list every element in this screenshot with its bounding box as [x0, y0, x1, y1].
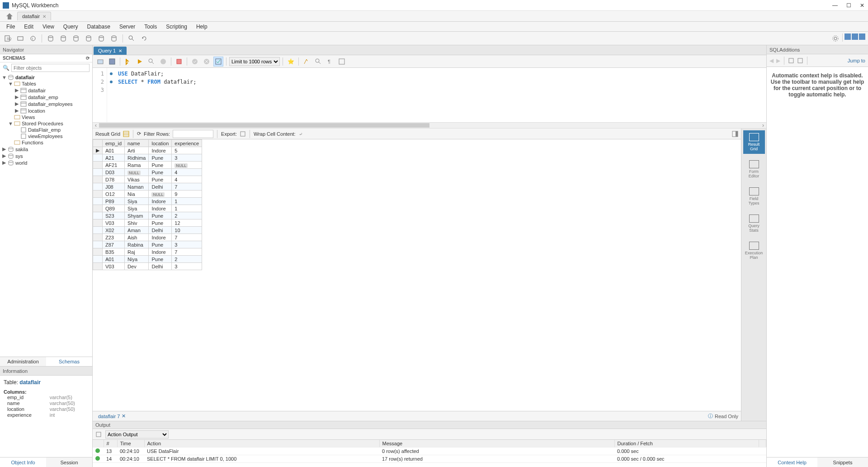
cell[interactable]: Indore — [149, 248, 172, 256]
row-selector[interactable] — [93, 205, 103, 212]
cell[interactable]: A01 — [103, 256, 125, 263]
table-row[interactable]: D78VikasPune4 — [93, 176, 202, 183]
row-selector[interactable] — [93, 263, 103, 270]
cell[interactable]: Shiv — [125, 219, 149, 227]
code-area[interactable]: USE DataFlair; SELECT * FROM dataflair; — [115, 68, 766, 122]
table-row[interactable]: V03DevDelhi3 — [93, 263, 202, 270]
output-type-select[interactable]: Action Output — [105, 430, 169, 438]
cell[interactable]: Naman — [125, 183, 149, 191]
pane-left-toggle[interactable] — [844, 33, 851, 40]
cell[interactable]: Pune — [149, 219, 172, 227]
open-file-icon[interactable] — [95, 57, 105, 67]
cell[interactable]: 3 — [172, 154, 202, 162]
proc-dataflair-emp[interactable]: DataFlair_emp — [0, 127, 92, 133]
query-tab[interactable]: Query 1 ✕ — [94, 47, 127, 55]
table-dataflair-emp[interactable]: ▶dataflair_emp — [0, 94, 92, 100]
forward-icon[interactable]: ▶ — [776, 57, 780, 64]
cell[interactable]: 7 — [172, 234, 202, 241]
cell[interactable]: NULL — [149, 191, 172, 198]
cell[interactable]: P89 — [103, 198, 125, 205]
cell[interactable]: Delhi — [149, 227, 172, 234]
scroll-left-icon[interactable]: ‹ — [93, 122, 99, 129]
cell[interactable]: X02 — [103, 227, 125, 234]
result-grid-button[interactable]: Result Grid — [743, 130, 765, 154]
close-icon[interactable]: ✕ — [122, 413, 126, 419]
column-header[interactable]: location — [149, 140, 172, 147]
cell[interactable]: Arti — [125, 147, 149, 154]
cell[interactable]: 3 — [172, 241, 202, 248]
schema-sakila[interactable]: ▶sakila — [0, 146, 92, 152]
cell[interactable]: Raj — [125, 248, 149, 256]
db-icon-4[interactable] — [84, 33, 94, 43]
table-row[interactable]: D03NULLPune4 — [93, 169, 202, 176]
table-row[interactable]: Z87RabinaPune3 — [93, 241, 202, 248]
cell[interactable]: NULL — [172, 162, 202, 169]
proc-view-employees[interactable]: viewEmployees — [0, 133, 92, 139]
cell[interactable]: Rabina — [125, 241, 149, 248]
db-icon-2[interactable] — [58, 33, 68, 43]
row-selector[interactable] — [93, 176, 103, 183]
schema-dataflair[interactable]: ▼dataflair — [0, 74, 92, 81]
cell[interactable]: Ridhima — [125, 154, 149, 162]
table-row[interactable]: J08NamanDelhi7 — [93, 183, 202, 191]
sql-editor[interactable]: 1 2 3 USE DataFlair; SELECT * FROM dataf… — [93, 68, 766, 122]
cell[interactable]: Indore — [149, 198, 172, 205]
cell[interactable]: V03 — [103, 219, 125, 227]
cell[interactable]: Indore — [149, 234, 172, 241]
row-selector[interactable] — [93, 248, 103, 256]
open-sql-icon[interactable] — [15, 33, 25, 43]
connection-tab[interactable]: dataflair ✕ — [17, 12, 51, 20]
tab-session[interactable]: Session — [46, 457, 92, 467]
form-editor-button[interactable]: Form Editor — [743, 157, 765, 181]
cell[interactable]: 7 — [172, 183, 202, 191]
cell[interactable]: Z87 — [103, 241, 125, 248]
cell[interactable]: O12 — [103, 191, 125, 198]
wrap-icon[interactable] — [337, 57, 347, 67]
row-selector[interactable] — [93, 227, 103, 234]
folder-views[interactable]: Views — [0, 114, 92, 120]
cell[interactable]: 3 — [172, 263, 202, 270]
cell[interactable]: Rama — [125, 162, 149, 169]
cell[interactable]: Niya — [125, 256, 149, 263]
cell[interactable]: 9 — [172, 191, 202, 198]
back-icon[interactable]: ◀ — [769, 57, 774, 64]
editor-scrollbar[interactable]: ‹ › — [93, 122, 766, 129]
rollback-icon[interactable] — [202, 57, 212, 67]
field-types-button[interactable]: Field Types — [743, 185, 765, 208]
row-selector[interactable] — [93, 212, 103, 219]
cell[interactable]: Pune — [149, 162, 172, 169]
maximize-button[interactable]: ☐ — [845, 2, 852, 9]
cell[interactable]: 1 — [172, 198, 202, 205]
row-selector[interactable] — [93, 162, 103, 169]
table-row[interactable]: AF21RamaPuneNULL — [93, 162, 202, 169]
table-row[interactable]: O12NiaNULL9 — [93, 191, 202, 198]
cell[interactable]: Aman — [125, 227, 149, 234]
table-location[interactable]: ▶location — [0, 107, 92, 114]
cell[interactable]: Z23 — [103, 234, 125, 241]
cell[interactable]: Pune — [149, 241, 172, 248]
pane-bottom-toggle[interactable] — [852, 33, 858, 40]
output-row[interactable]: 13 00:24:10 USE DataFlair 0 row(s) affec… — [93, 448, 766, 455]
limit-select[interactable]: Limit to 1000 rows — [229, 57, 280, 66]
output-row[interactable]: 14 00:24:10 SELECT * FROM dataflair LIMI… — [93, 455, 766, 463]
table-row[interactable]: A01NiyaPune2 — [93, 256, 202, 263]
cell[interactable]: Pune — [149, 154, 172, 162]
table-row[interactable]: A21RidhimaPune3 — [93, 154, 202, 162]
table-row[interactable]: X02AmanDelhi10 — [93, 227, 202, 234]
db-icon-6[interactable] — [109, 33, 119, 43]
db-icon-3[interactable] — [71, 33, 81, 43]
stop-on-error-icon[interactable] — [174, 57, 184, 67]
cell[interactable]: Pune — [149, 169, 172, 176]
schema-sys[interactable]: ▶sys — [0, 152, 92, 159]
inspector-icon[interactable]: i — [28, 33, 38, 43]
table-row[interactable]: P89SiyaIndore1 — [93, 198, 202, 205]
cell[interactable]: Q89 — [103, 205, 125, 212]
explain-icon[interactable] — [146, 57, 156, 67]
row-selector[interactable] — [93, 191, 103, 198]
cell[interactable]: Nia — [125, 191, 149, 198]
cell[interactable]: Delhi — [149, 263, 172, 270]
table-row[interactable]: S23ShyamPune2 — [93, 212, 202, 219]
cell[interactable]: A01 — [103, 147, 125, 154]
menu-server[interactable]: Server — [116, 23, 139, 31]
column-header[interactable]: emp_id — [103, 140, 125, 147]
